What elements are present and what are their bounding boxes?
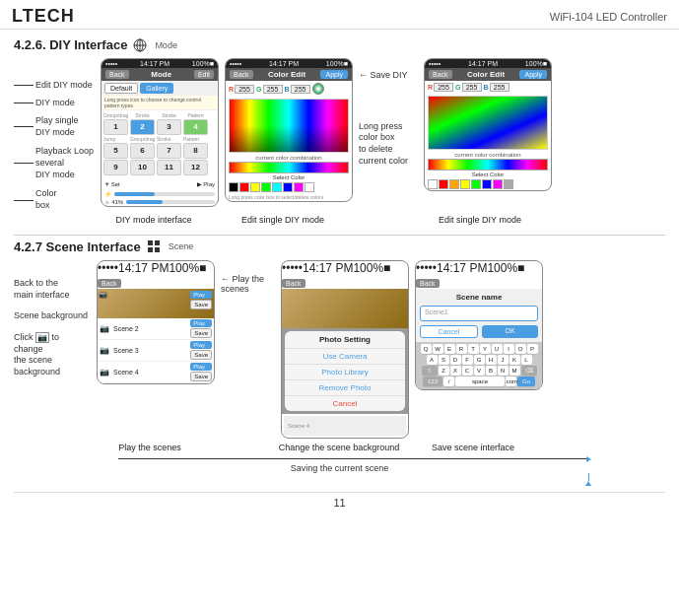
scene-left-annotations: Back to themain interface Scene backgrou… [14, 260, 91, 388]
tab-gallery[interactable]: Gallery [140, 83, 173, 94]
phone2-status: •••••14:17 PM100%■ [226, 59, 352, 68]
remove-photo-btn[interactable]: Remove Photo [285, 380, 405, 396]
dialog-ok-btn[interactable]: OK [482, 325, 538, 338]
scene-phone2: •••••14:17 PM100%■ Back Scene Photo Sett… [281, 260, 409, 439]
annot-play-single: Play singleDIY mode [35, 115, 79, 138]
annot-back-main: Back to themain interface [14, 278, 91, 301]
scene1-item: 📷 Play Save [98, 289, 214, 318]
scene-label1: Play the scenes [91, 443, 209, 452]
scene-phones-with-annotations: Back to themain interface Scene backgrou… [14, 260, 665, 439]
color-picker-3[interactable] [428, 96, 548, 150]
diy-phone2-annotations: ← Save DIY Long presscolor boxto deletec… [359, 58, 418, 167]
annot-diy-mode: DIY mode [35, 98, 75, 107]
annot-playback-loop: Playback LoopseveralDIY mode [35, 146, 94, 180]
page-number: 11 [14, 492, 665, 509]
scene-name-input[interactable]: Scene1 [420, 306, 538, 321]
phone1-status: •••••14:17 PM100%■ [102, 59, 218, 68]
use-camera-btn[interactable]: Use Camera [285, 349, 405, 365]
diy-grid: Group/drag Stroke Stroke Pattern 1 2 3 4… [102, 110, 218, 178]
apply-btn[interactable]: Apply [320, 70, 348, 79]
annot-color-box: Colorbox [35, 188, 57, 211]
header-title: WiFi-104 LED Controller [550, 11, 667, 23]
diy-phone3: •••••14:17 PM100%■ Back Color Edit Apply… [424, 58, 552, 191]
scene-name-dialog: Scene name Scene1 Cancel OK [416, 289, 542, 342]
saving-label: Saving the current scene [291, 463, 389, 473]
scene-section: 4.2.7 Scene Interface Scene Back to them… [14, 240, 665, 486]
svg-rect-5 [155, 240, 160, 245]
slider-speed: ⚡ [102, 189, 218, 198]
annot-play-scenes: ← Play the scenes [221, 260, 275, 294]
scene-bg-image [282, 289, 408, 328]
scene4-placeholder: Scene 4 [284, 416, 406, 436]
photo-library-btn[interactable]: Photo Library [285, 365, 405, 380]
long-press-hint: Long press color box to select/delete co… [226, 193, 352, 201]
annot-long-press: Long presscolor boxto deletecurrent colo… [359, 121, 418, 168]
photo-popup: Photo Setting Use Camera Photo Library R… [282, 328, 408, 414]
globe-icon [133, 38, 147, 52]
bottom-arrow-container [118, 456, 591, 462]
scene3-item: 📷 Scene 3 Play Save [98, 340, 214, 362]
tab-default[interactable]: Default [104, 83, 138, 94]
diy-section-title: 4.2.6. DIY Interface Mode [14, 37, 665, 52]
color-current-bar [229, 162, 349, 173]
color-dot [312, 83, 324, 95]
scene-label2: Change the scene background [275, 443, 403, 452]
scene-phone1: •••••14:17 PM100%■ Back Scene 📷 Play Sav… [97, 260, 215, 384]
diy-label1: DIY mode interface [95, 215, 213, 225]
scene4-item: 📷 Scene 4 Play Save [98, 362, 214, 383]
svg-rect-7 [155, 247, 160, 252]
annot-save-diy: ← Save DIY [359, 70, 418, 82]
scene-phone3: •••••14:17 PM100%■ Back Scene Scene name… [415, 260, 543, 390]
diy-phone1: •••••14:17 PM100%■ Back Mode Edit Defaul… [101, 58, 219, 207]
main-content: 4.2.6. DIY Interface Mode Edit DIY mode [0, 30, 679, 516]
color-swatches [226, 181, 352, 193]
color-picker[interactable] [229, 99, 349, 153]
svg-rect-4 [148, 240, 153, 245]
annot-click-change: Click 📷 to changethe scenebackground [14, 332, 91, 378]
annot-scene-bg: Scene background [14, 310, 91, 322]
diy-left-annotations: Edit DIY mode DIY mode Play singleDIY mo… [14, 58, 95, 212]
rgb-row: R 255 G 255 B 255 [226, 81, 352, 97]
arrow-head-up [585, 481, 591, 486]
page-header: LTECH WiFi-104 LED Controller [0, 0, 679, 30]
arrow-head-right [586, 456, 591, 462]
diy-controls: ☀ Set ▶ Play [102, 178, 218, 189]
diy-label3: Edit single DIY mode [416, 215, 544, 225]
cancel-photo-btn[interactable]: Cancel [285, 396, 405, 411]
scene-label3: Save scene interface [409, 443, 537, 452]
divider [14, 235, 665, 236]
grid-icon [147, 240, 161, 253]
diy-phone-labels: DIY mode interface Edit single DIY mode … [14, 215, 665, 225]
scene-phone-labels: Play the scenes Change the scene backgro… [14, 443, 665, 452]
diy-phone2: •••••14:17 PM100%■ Back Color Edit Apply… [225, 58, 353, 202]
mode-tabs: Default Gallery [102, 81, 218, 96]
slider-brightness: ☼ 41% [102, 198, 218, 206]
annot-edit-diy: Edit DIY mode [35, 80, 93, 90]
dialog-cancel-btn[interactable]: Cancel [420, 325, 478, 338]
scene-section-title: 4.2.7 Scene Interface Scene [14, 240, 665, 254]
diy-label2: Edit single DIY mode [219, 215, 347, 225]
popup-title: Photo Setting [285, 331, 405, 349]
long-press-msg: Long press icon to choose to change cont… [102, 96, 218, 110]
scene2-item: 📷 Scene 2 Play Save [98, 318, 214, 340]
bottom-annotation: Saving the current scene [14, 456, 665, 486]
keyboard: QWERTYUIOP ASDFGHJKL ⇧ ZXCVBNM ⌫ 123 / s… [416, 342, 542, 389]
phone2-nav: Back Color Edit Apply [226, 68, 352, 81]
logo: LTECH [12, 6, 75, 27]
phone1-nav: Back Mode Edit [102, 68, 218, 81]
diy-section: 4.2.6. DIY Interface Mode Edit DIY mode [14, 37, 665, 225]
svg-rect-6 [148, 247, 153, 252]
